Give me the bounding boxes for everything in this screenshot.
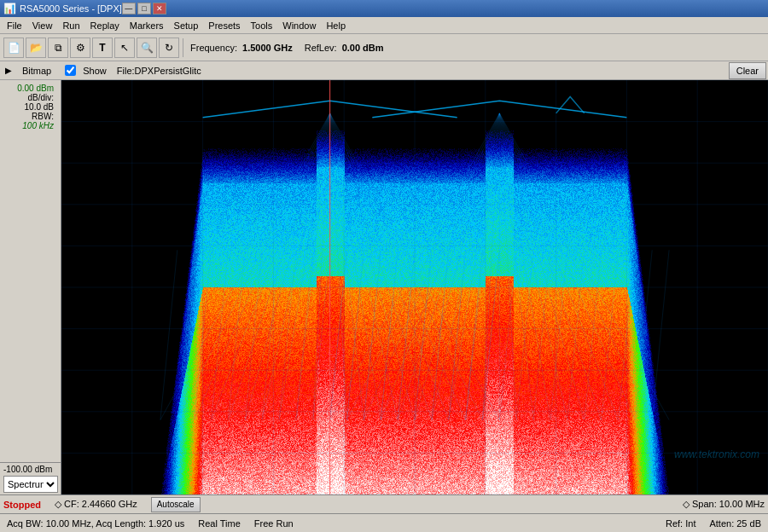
- displaybar: ▶ Bitmap Show File:DPXPersistGlitc Clear: [0, 61, 768, 80]
- close-button[interactable]: ✕: [153, 3, 166, 14]
- open-button[interactable]: 📂: [26, 38, 46, 58]
- settings-button[interactable]: ⚙: [70, 38, 90, 58]
- menu-setup[interactable]: Setup: [169, 19, 204, 32]
- menu-view[interactable]: View: [27, 19, 58, 32]
- toolbar: 📄 📂 ⧉ ⚙ T ↖ 🔍 ↻ Frequency: 1.5000 GHz Re…: [0, 34, 768, 61]
- spectrum-panel: -100.00 dBm Spectrum: [0, 462, 61, 494]
- rotate-button[interactable]: ↻: [159, 38, 179, 58]
- watermark: www.tektronix.com: [674, 448, 759, 460]
- text-button[interactable]: T: [92, 38, 113, 58]
- freerun-label: Free Run: [254, 518, 294, 529]
- menu-run[interactable]: Run: [57, 19, 84, 32]
- clear-button[interactable]: Clear: [729, 62, 766, 79]
- span-label: ◇ Span: 10.00 MHz: [683, 499, 765, 510]
- dbm-bottom-label: -100.00 dBm: [3, 465, 57, 474]
- show-label: Show: [83, 66, 107, 76]
- main-area: 0.00 dBm dB/div: 10.0 dB RBW: 100 kHz ww…: [0, 80, 768, 494]
- spectrum-selector[interactable]: Spectrum: [3, 476, 58, 493]
- menu-replay[interactable]: Replay: [85, 19, 125, 32]
- statusbar: Stopped ◇ CF: 2.44660 GHz Autoscale ◇ Sp…: [0, 494, 768, 513]
- menu-presets[interactable]: Presets: [203, 19, 245, 32]
- menu-tools[interactable]: Tools: [246, 19, 278, 32]
- frequency-label: Frequency:: [190, 43, 237, 53]
- rbw-label: RBW: 100 kHz: [3, 112, 57, 130]
- display-type: Bitmap: [22, 66, 51, 76]
- ref-level-label: 0.00 dBm: [3, 84, 57, 93]
- menubar: File View Run Replay Markers Setup Prese…: [0, 17, 768, 34]
- reflev-label: RefLev:: [305, 43, 337, 53]
- autoscale-button[interactable]: Autoscale: [151, 497, 201, 512]
- app-icon: 📊: [3, 3, 16, 14]
- cf-label: ◇ CF: 2.44660 GHz: [55, 499, 137, 510]
- spectrum-display: www.tektronix.com: [61, 80, 768, 494]
- minimize-button[interactable]: —: [122, 3, 136, 14]
- zoom-button[interactable]: 🔍: [137, 38, 157, 58]
- menu-help[interactable]: Help: [321, 19, 351, 32]
- chevron-icon: ▶: [5, 66, 12, 75]
- bottombar: Acq BW: 10.00 MHz, Acq Length: 1.920 us …: [0, 513, 768, 532]
- reflev-value: 0.00 dBm: [342, 43, 384, 53]
- atten-label: Atten: 25 dB: [709, 518, 761, 529]
- spectrum-canvas: [61, 80, 768, 494]
- window-controls: — □ ✕: [122, 3, 166, 14]
- realtime-label: Real Time: [198, 518, 241, 529]
- frequency-value: 1.5000 GHz: [242, 43, 293, 53]
- stopped-label: Stopped: [3, 500, 41, 510]
- cursor-button[interactable]: ↖: [114, 38, 135, 58]
- menu-file[interactable]: File: [2, 19, 27, 32]
- menu-window[interactable]: Window: [277, 19, 321, 32]
- copy-button[interactable]: ⧉: [48, 38, 68, 58]
- new-button[interactable]: 📄: [3, 38, 24, 58]
- acq-info: Acq BW: 10.00 MHz, Acq Length: 1.920 us: [7, 518, 184, 529]
- show-checkbox[interactable]: [65, 65, 76, 76]
- file-label: File:DPXPersistGlitc: [117, 66, 201, 76]
- maximize-button[interactable]: □: [137, 3, 151, 14]
- title-text: RSA5000 Series - [DPX]: [20, 3, 122, 14]
- ref-label: Ref: Int: [666, 518, 695, 529]
- y-axis-panel: 0.00 dBm dB/div: 10.0 dB RBW: 100 kHz: [0, 80, 61, 494]
- toolbar-separator-1: [183, 38, 183, 57]
- db-div-label: dB/div: 10.0 dB: [3, 93, 57, 112]
- titlebar: 📊 RSA5000 Series - [DPX] — □ ✕: [0, 0, 768, 17]
- menu-markers[interactable]: Markers: [125, 19, 169, 32]
